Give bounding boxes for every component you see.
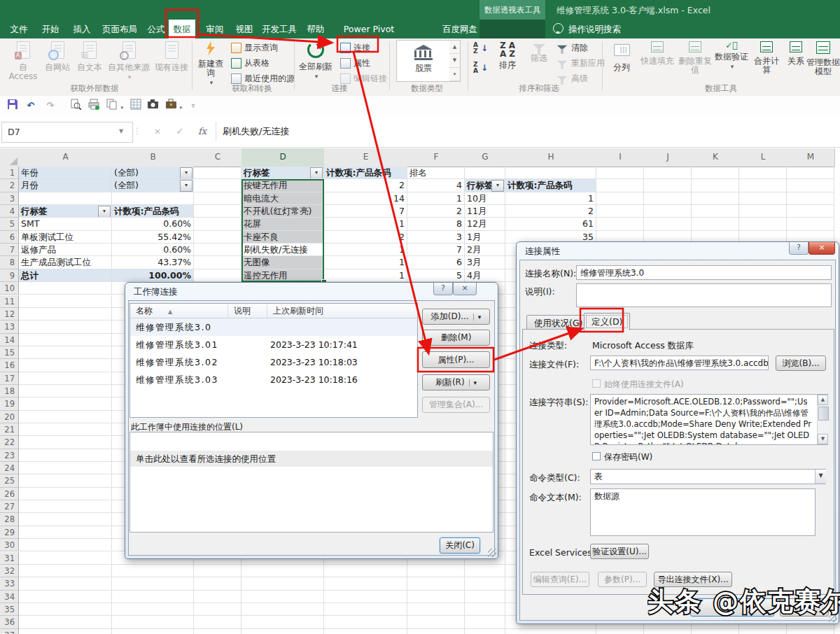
formula-bar-splitter[interactable]: ⋮ xyxy=(133,122,141,141)
cell-H5[interactable]: 61 xyxy=(505,218,596,230)
cell-E33[interactable] xyxy=(324,577,407,590)
cell-J4[interactable] xyxy=(644,205,692,218)
row-header-10[interactable]: 10 xyxy=(0,282,19,295)
row-header-13[interactable]: 13 xyxy=(0,320,19,333)
cell-A36[interactable] xyxy=(19,616,112,628)
row-header-29[interactable]: 29 xyxy=(0,526,19,539)
row-header-24[interactable]: 24 xyxy=(0,462,19,474)
table-button[interactable] xyxy=(129,99,143,113)
cell-F7[interactable]: 7 xyxy=(407,244,465,256)
cell-A34[interactable] xyxy=(19,591,112,603)
row-header-37[interactable]: 37 xyxy=(0,629,19,634)
close-button[interactable]: 关闭(C) xyxy=(440,537,480,554)
flash-fill-button[interactable]: 快速填充 xyxy=(638,40,676,85)
row-header-26[interactable]: 26 xyxy=(0,488,19,500)
manage-sets-button[interactable]: 管理集合(A)... xyxy=(422,397,490,413)
text-to-columns-button[interactable]: 分列 xyxy=(606,40,637,85)
cell-B36[interactable] xyxy=(112,616,194,628)
tab-审阅[interactable]: 审阅 xyxy=(202,20,228,38)
row-header-5[interactable]: 5 xyxy=(0,218,19,230)
cell-H3[interactable]: 1 xyxy=(505,192,596,205)
row-header-9[interactable]: 9 xyxy=(0,269,19,282)
cell-I4[interactable] xyxy=(596,205,644,218)
save-password-label[interactable]: 保存密码(W) xyxy=(604,451,652,463)
browse-button[interactable]: 浏览(B)... xyxy=(776,355,826,371)
reapply-filter-button[interactable]: 重新应用 xyxy=(556,56,605,70)
command-type-dropdown-icon[interactable]: ▼ xyxy=(815,470,826,484)
cell-F32[interactable] xyxy=(407,565,465,577)
cell-A28[interactable] xyxy=(19,513,112,526)
relationships-button[interactable]: 关系 xyxy=(784,40,808,85)
cell-B4[interactable]: 计数项:产品条码 xyxy=(112,205,194,218)
connection-name-field[interactable]: 维修管理系统3.0 xyxy=(576,265,832,280)
tab-文件[interactable]: 文件 xyxy=(5,20,33,38)
cell-I1[interactable] xyxy=(596,167,644,179)
cell-A35[interactable] xyxy=(19,603,112,616)
cell-A29[interactable] xyxy=(19,526,112,539)
filter-dropdown-icon[interactable]: ▾ xyxy=(98,206,111,218)
cell-H2[interactable]: 计数项:产品条码 xyxy=(505,179,596,192)
cell-E5[interactable]: 1 xyxy=(324,218,407,230)
cell-F1[interactable]: 排名 xyxy=(407,167,465,179)
row-header-25[interactable]: 25 xyxy=(0,474,19,487)
cell-E9[interactable]: 1 xyxy=(324,269,407,282)
cancel-button[interactable]: × xyxy=(148,122,167,141)
cell-D32[interactable] xyxy=(241,565,324,577)
gallery-down-icon[interactable]: ▼ xyxy=(449,54,460,67)
cell-F2[interactable]: 4 xyxy=(407,179,465,192)
cell-G33[interactable] xyxy=(465,577,505,590)
cell-E36[interactable] xyxy=(324,616,407,628)
sort-ascending-button[interactable]: AZ↓ xyxy=(473,41,488,55)
cell-D37[interactable] xyxy=(241,629,324,634)
cell-M2[interactable] xyxy=(787,179,834,192)
gallery-up-icon[interactable]: ▲ xyxy=(449,41,460,54)
cell-C2[interactable] xyxy=(194,179,241,192)
tab-usage[interactable]: 使用状况(G) xyxy=(526,315,590,330)
cell-C35[interactable] xyxy=(194,603,241,616)
existing-connections-button[interactable]: 现有连接 xyxy=(154,40,189,85)
cell-M1[interactable] xyxy=(787,167,834,179)
cell-K1[interactable] xyxy=(692,167,739,179)
cell-E32[interactable] xyxy=(324,565,407,577)
cell-I2[interactable] xyxy=(596,179,644,192)
connections-button[interactable]: 连接 xyxy=(340,41,370,55)
cell-D4[interactable]: 不开机(红灯常亮) xyxy=(241,205,324,218)
row-header-34[interactable]: 34 xyxy=(0,591,19,603)
cell-H1[interactable] xyxy=(505,167,596,179)
cell-D36[interactable] xyxy=(241,616,324,628)
connection-row-4[interactable]: 维修管理系统3.032023-3-23 10:18:16 xyxy=(130,371,417,388)
export-connection-file-button[interactable]: 导出连接文件(X)... xyxy=(654,572,732,587)
cell-A25[interactable] xyxy=(19,474,112,487)
close-icon[interactable]: × xyxy=(808,242,835,255)
row-header-36[interactable]: 36 xyxy=(0,616,19,628)
row-header-4[interactable]: 4 xyxy=(0,205,19,218)
clear-filter-button[interactable]: 清除 xyxy=(556,41,588,55)
cell-A1[interactable]: 年份 xyxy=(19,167,112,179)
cell-A23[interactable] xyxy=(19,449,112,462)
cell-C33[interactable] xyxy=(194,577,241,590)
refresh-all-button[interactable]: 全部刷新 xyxy=(297,40,335,85)
cell-F5[interactable]: 8 xyxy=(407,218,465,230)
cell-E8[interactable]: 1 xyxy=(324,256,407,269)
close-icon[interactable]: × xyxy=(453,283,477,295)
cell-E37[interactable] xyxy=(324,629,407,634)
column-header-L[interactable]: L xyxy=(739,148,788,167)
parameters-button[interactable]: 参数(P)... xyxy=(598,572,647,587)
from-access-button[interactable]: 自 Access xyxy=(6,40,41,85)
from-web-button[interactable]: 自网站 xyxy=(42,40,73,85)
row-header-32[interactable]: 32 xyxy=(0,565,19,577)
cell-H37[interactable] xyxy=(505,629,596,634)
column-header-M[interactable]: M xyxy=(787,148,835,167)
cell-A9[interactable]: 总计 xyxy=(19,269,112,282)
cell-G34[interactable] xyxy=(465,591,505,603)
cell-K4[interactable] xyxy=(692,205,739,218)
row-header-33[interactable]: 33 xyxy=(0,577,19,590)
row-header-3[interactable]: 3 xyxy=(0,192,19,205)
filter-dropdown-icon[interactable]: ▾ xyxy=(310,167,323,179)
cell-B8[interactable]: 43.37% xyxy=(112,256,194,269)
tab-definition[interactable]: 定义(D) xyxy=(584,313,630,330)
tab-Power Pivot[interactable]: Power Pivot xyxy=(335,20,403,38)
cell-G32[interactable] xyxy=(465,565,505,577)
cell-F4[interactable]: 2 xyxy=(407,205,465,218)
cell-A31[interactable] xyxy=(19,552,112,565)
